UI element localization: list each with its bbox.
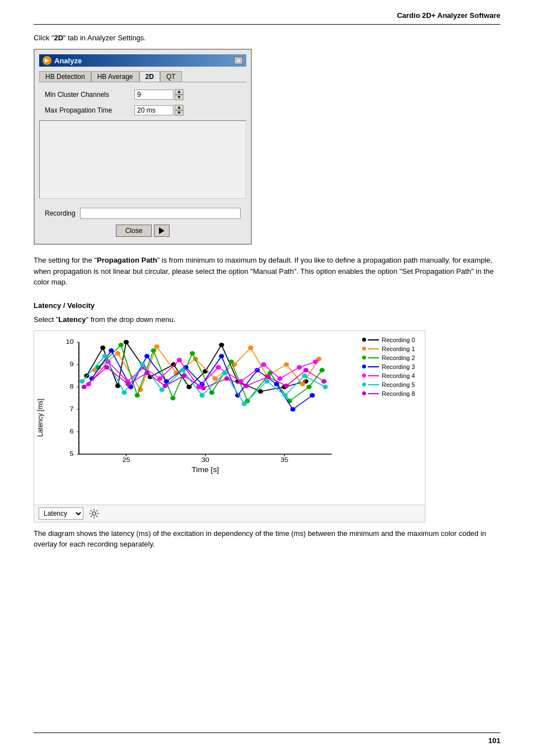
legend-line-0 <box>368 339 379 340</box>
legend-dot-2 <box>362 356 366 360</box>
svg-point-41 <box>186 385 191 389</box>
svg-text:35: 35 <box>280 456 289 463</box>
svg-point-119 <box>201 386 206 390</box>
svg-point-96 <box>261 362 266 367</box>
svg-point-51 <box>154 344 159 349</box>
svg-point-107 <box>222 371 227 375</box>
legend-dot-3 <box>362 365 366 368</box>
recording-row: Recording <box>39 204 246 222</box>
svg-text:5: 5 <box>70 450 74 457</box>
svg-point-124 <box>303 368 308 372</box>
section-heading: Latency / Velocity <box>34 301 500 310</box>
tab-hb-average[interactable]: HB Average <box>91 71 139 82</box>
svg-point-98 <box>297 365 302 370</box>
legend-recording-8: Recording 8 <box>362 390 420 397</box>
svg-point-118 <box>181 374 186 378</box>
svg-point-43 <box>219 343 224 347</box>
close-button[interactable]: Close <box>116 225 152 237</box>
spin-down-max[interactable]: ▼ <box>175 110 184 116</box>
svg-text:9: 9 <box>70 360 74 367</box>
svg-point-115 <box>125 382 130 386</box>
tab-2d[interactable]: 2D <box>139 71 160 82</box>
svg-point-114 <box>104 365 109 370</box>
svg-point-126 <box>92 512 96 515</box>
svg-point-109 <box>264 379 269 384</box>
dialog-titlebar: ▶ Analyze × <box>39 54 246 67</box>
svg-point-97 <box>277 376 282 381</box>
svg-point-72 <box>306 385 311 389</box>
legend-line-5 <box>368 384 379 385</box>
legend-line-3 <box>368 366 379 367</box>
dialog-title-text: Analyze <box>54 57 82 65</box>
svg-point-84 <box>274 382 279 386</box>
svg-point-106 <box>199 393 204 398</box>
max-propagation-time-label: Max Propagation Time <box>45 106 134 114</box>
svg-point-59 <box>300 382 305 386</box>
svg-point-120 <box>224 376 229 381</box>
svg-point-121 <box>243 384 249 388</box>
chart-svg: 5 6 7 8 9 10 <box>46 337 358 482</box>
bottom-text: The diagram shows the latency (ms) of th… <box>34 528 500 550</box>
svg-point-75 <box>109 348 114 353</box>
svg-point-91 <box>157 376 162 381</box>
svg-point-104 <box>160 388 165 392</box>
spin-up-min[interactable]: ▲ <box>175 89 184 95</box>
max-propagation-time-row: Max Propagation Time ▲ ▼ <box>39 105 246 116</box>
legend-marker-0 <box>362 338 379 342</box>
legend-label-0: Recording 0 <box>382 337 415 343</box>
svg-point-101 <box>102 354 107 358</box>
svg-point-68 <box>228 360 233 364</box>
svg-point-64 <box>151 348 156 353</box>
legend-marker-2 <box>362 356 379 360</box>
svg-point-122 <box>266 375 271 379</box>
page-number: 101 <box>488 736 500 745</box>
legend-label-3: Recording 3 <box>382 363 415 370</box>
legend-label-5: Recording 5 <box>382 381 415 388</box>
chart-container: Latency [ms] 5 6 7 <box>34 330 425 522</box>
svg-point-49 <box>115 351 120 356</box>
legend-recording-3: Recording 3 <box>362 363 420 370</box>
max-propagation-time-spinner[interactable]: ▲ ▼ <box>175 105 184 116</box>
svg-point-77 <box>144 354 149 358</box>
svg-point-100 <box>79 379 85 384</box>
svg-point-67 <box>209 390 214 395</box>
svg-point-116 <box>144 371 149 375</box>
svg-point-102 <box>121 390 127 395</box>
spin-up-max[interactable]: ▲ <box>175 105 184 110</box>
svg-point-78 <box>164 379 169 384</box>
legend-marker-1 <box>362 347 379 351</box>
spin-down-min[interactable]: ▼ <box>175 95 184 100</box>
svg-point-94 <box>216 365 221 370</box>
svg-point-42 <box>203 369 208 374</box>
dialog-close-x-button[interactable]: × <box>234 57 243 64</box>
max-propagation-time-input[interactable] <box>134 105 174 115</box>
svg-point-125 <box>321 379 326 384</box>
svg-point-56 <box>248 346 253 350</box>
min-cluster-channels-input-group: ▲ ▼ <box>134 89 184 100</box>
legend-marker-3 <box>362 365 379 368</box>
chart-dropdown[interactable]: Latency Velocity <box>39 507 83 520</box>
legend-recording-0: Recording 0 <box>362 337 420 343</box>
dialog-title-left: ▶ Analyze <box>43 56 82 65</box>
svg-point-103 <box>140 362 145 367</box>
tab-hb-detection[interactable]: HB Detection <box>39 71 91 82</box>
chart-bottom-bar: Latency Velocity <box>34 505 425 522</box>
svg-point-108 <box>242 402 247 406</box>
settings-icon[interactable] <box>88 507 100 520</box>
dialog-icon: ▶ <box>43 56 51 65</box>
min-cluster-channels-spinner[interactable]: ▲ ▼ <box>175 89 184 100</box>
legend-label-4: Recording 4 <box>382 372 415 379</box>
recording-input[interactable] <box>80 208 241 219</box>
min-cluster-channels-input[interactable] <box>134 90 174 100</box>
play-icon <box>159 227 165 234</box>
legend-recording-5: Recording 5 <box>362 381 420 388</box>
legend-label-1: Recording 1 <box>382 346 415 352</box>
play-button[interactable] <box>154 225 170 237</box>
description-text: The setting for the "Propagation Path" i… <box>34 255 500 288</box>
propagation-path-bold: Propagation Path <box>97 256 157 264</box>
legend-line-8 <box>368 393 379 394</box>
svg-text:30: 30 <box>202 456 210 463</box>
gear-svg <box>88 508 100 519</box>
min-cluster-channels-row: Min Cluster Channels ▲ ▼ <box>39 89 246 100</box>
tab-qt[interactable]: QT <box>160 71 182 82</box>
